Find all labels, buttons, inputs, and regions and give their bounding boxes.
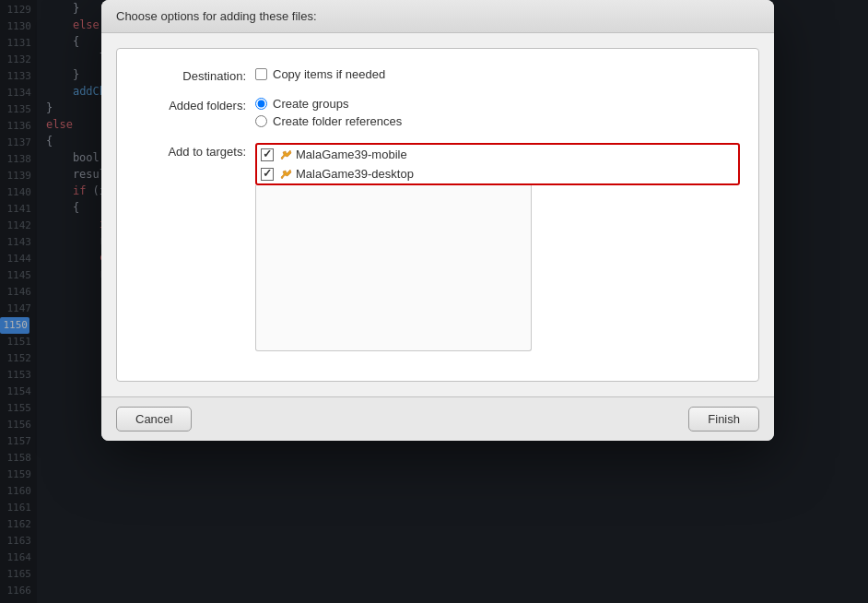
target-item-desktop: MalaGame39-desktop bbox=[257, 164, 738, 183]
target-mobile-name: MalaGame39-mobile bbox=[296, 148, 407, 161]
svg-marker-0 bbox=[281, 150, 291, 160]
modal-overlay: Choose options for adding these files: D… bbox=[0, 0, 868, 603]
destination-content: Copy items if needed bbox=[255, 67, 740, 85]
target-mobile-checkbox[interactable] bbox=[261, 148, 274, 161]
target-mobile-icon bbox=[279, 148, 292, 161]
modal-dialog: Choose options for adding these files: D… bbox=[101, 0, 774, 441]
copy-items-label: Copy items if needed bbox=[273, 67, 385, 81]
svg-marker-1 bbox=[281, 170, 291, 179]
added-folders-row: Added folders: Create groups Create fold… bbox=[135, 97, 740, 132]
target-desktop-icon bbox=[279, 168, 292, 181]
copy-items-checkbox[interactable] bbox=[255, 68, 267, 80]
copy-items-row: Copy items if needed bbox=[255, 67, 740, 81]
added-folders-label: Added folders: bbox=[135, 97, 255, 115]
destination-row: Destination: Copy items if needed bbox=[135, 67, 740, 86]
create-groups-row: Create groups bbox=[255, 97, 740, 111]
finish-button[interactable]: Finish bbox=[688, 407, 759, 432]
modal-footer: Cancel Finish bbox=[101, 396, 774, 441]
add-to-targets-row: Add to targets: MalaGame39-mobile bbox=[135, 143, 740, 351]
modal-title: Choose options for adding these files: bbox=[116, 9, 317, 23]
destination-label: Destination: bbox=[135, 67, 255, 86]
create-refs-row: Create folder references bbox=[255, 114, 740, 128]
create-groups-label: Create groups bbox=[273, 97, 348, 111]
create-groups-radio[interactable] bbox=[255, 98, 267, 110]
targets-list-container: MalaGame39-mobile MalaGame39-desktop bbox=[255, 143, 740, 185]
add-to-targets-label: Add to targets: bbox=[135, 143, 255, 161]
add-to-targets-content: MalaGame39-mobile MalaGame39-desktop bbox=[255, 143, 740, 351]
targets-empty-area bbox=[255, 185, 532, 351]
added-folders-content: Create groups Create folder references bbox=[255, 97, 740, 132]
target-desktop-checkbox[interactable] bbox=[261, 168, 274, 181]
modal-titlebar: Choose options for adding these files: bbox=[101, 0, 774, 33]
create-refs-radio[interactable] bbox=[255, 115, 267, 127]
target-desktop-name: MalaGame39-desktop bbox=[296, 167, 414, 181]
cancel-button[interactable]: Cancel bbox=[116, 407, 192, 432]
target-item-mobile: MalaGame39-mobile bbox=[257, 145, 738, 164]
create-refs-label: Create folder references bbox=[273, 114, 402, 128]
modal-body: Destination: Copy items if needed Added … bbox=[116, 48, 759, 382]
